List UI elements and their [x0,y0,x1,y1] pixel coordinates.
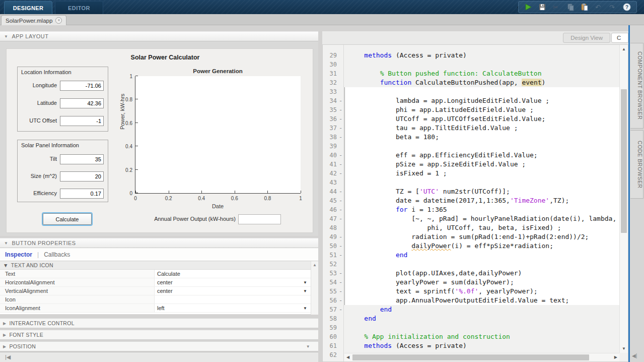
code-view-button[interactable]: C [611,33,628,43]
code-line[interactable]: 43 [323,178,619,187]
scroll-up-icon[interactable]: ▲ [313,263,317,267]
side-tab-code-browser[interactable]: CODE BROWSER [630,130,643,199]
app-layout-panel-header[interactable]: ▼ APP LAYOUT [0,31,318,41]
code-line[interactable]: 59 [323,323,619,332]
code-line[interactable]: 58 end [323,314,619,323]
code-line[interactable]: 30 [323,60,619,69]
collapse-triangle-icon[interactable]: ▼ [3,262,9,268]
code-line[interactable]: 61 methods (Access = private) [323,341,619,350]
latitude-field[interactable] [60,98,104,108]
scroll-right-icon[interactable]: ▶ [614,355,617,359]
app-canvas[interactable]: Solar Power Calculator Location Informat… [6,48,313,233]
code-line[interactable]: 44- TZ = ['UTC' num2str(UTCoff)]; [323,187,619,196]
code-line[interactable]: 40- eff = app.EfficiencyEditField.Value; [323,151,619,160]
code-line[interactable]: 57- end [323,305,619,314]
size-m-2--field[interactable] [60,171,104,182]
code-line[interactable]: 55- text = sprintf('%.0f', yearlyPower); [323,287,619,296]
code-line[interactable]: 50- dailyPower(i) = eff*pSize*radiation; [323,242,619,251]
collapsed-section-font-style[interactable]: ▶FONT STYLE [0,330,318,340]
expand-triangle-icon[interactable]: ▶ [3,333,6,337]
calculate-button[interactable]: Calculate [43,213,92,225]
code-line[interactable]: 36- UTCoff = app.UTCOffsetEditField.Valu… [323,114,619,124]
expand-triangle-icon[interactable]: ▶ [3,344,6,349]
toolstrip-tab-editor[interactable]: EDITOR [55,1,103,14]
code-line[interactable]: 53- plot(app.UIAxes,date,dailyPower) [323,269,619,278]
button-properties-panel-header[interactable]: ▼ BUTTON PROPERTIES [0,238,318,248]
horizontal-scroll-thumb[interactable] [352,354,589,360]
code-line[interactable]: 47- [~, ~, pRad] = hourlyPanelRadiation(… [323,214,619,223]
code-line[interactable]: 49- radiation = sum(pRad(1:end-1)+pRad(2… [323,232,619,242]
code-line[interactable]: 52 [323,260,619,269]
dropdown-arrow-icon[interactable]: ▼ [303,280,307,285]
chart-axes[interactable]: 00.20.40.60.8100.20.40.60.81 [135,76,301,194]
save-icon[interactable] [538,3,547,12]
code-line[interactable]: 29 methods (Access = private) [323,51,619,60]
scroll-down-icon[interactable]: ▼ [306,344,310,349]
code-line[interactable]: 41- pSize = app.SizeEditField.Value ; [323,160,619,169]
longitude-field[interactable] [60,81,104,91]
collapse-triangle-icon[interactable]: ▼ [4,241,8,246]
efficiency-field[interactable] [60,189,104,199]
toolstrip-tab-designer[interactable]: DESIGNER [4,1,52,14]
paste-icon[interactable] [580,3,589,12]
x-tick-mark [301,191,301,193]
scroll-up-icon[interactable]: ▲ [622,47,626,51]
code-line[interactable]: 60 % App initialization and construction [323,332,619,341]
code-line[interactable]: 48 phi, UTCoff, tau, beta, isFixed) ; [323,223,619,232]
solar-panel-information-panel[interactable]: Solar Panel Information TiltSize (m^2)Ef… [17,140,108,202]
code-line[interactable]: 32 function CalculateButtonPushed(app, e… [323,78,619,87]
chart-ylabel: Power, kW-hrs [119,94,125,130]
vertical-scrollbar[interactable]: ▲ ▼ [619,45,628,353]
code-area[interactable]: 29 methods (Access = private)3031 % Butt… [322,44,628,362]
expand-triangle-icon[interactable]: ▶ [3,321,6,326]
tilt-field[interactable] [60,154,104,164]
annual-output-field[interactable] [238,214,281,224]
y-tick-label: 0.4 [120,144,132,149]
vertical-scroll-thumb[interactable] [621,89,627,233]
collapsed-section-position[interactable]: ▶POSITION▼ [0,341,318,351]
close-icon[interactable]: × [55,17,62,24]
run-icon[interactable] [524,3,533,12]
dropdown-arrow-icon[interactable]: ▼ [303,306,307,311]
document-tab[interactable]: SolarPower.mlapp × [1,15,66,25]
scroll-down-icon[interactable]: ▼ [622,346,626,351]
collapsed-section-interactive-control[interactable]: ▶INTERACTIVE CONTROL [0,318,318,328]
code-line[interactable]: 33 [323,87,619,96]
code-line[interactable]: 54- yearlyPower = sum(dailyPower); [323,278,619,287]
code-line[interactable]: 35- phi = app.LatitudeEditField.Value ; [323,105,619,114]
tab-callbacks[interactable]: Callbacks [44,251,70,258]
design-view-button[interactable]: Design View [563,33,610,43]
code-line[interactable]: 39 [323,142,619,151]
code-line[interactable]: 37- tau = app.TiltEditField.Value ; [323,124,619,133]
code-line[interactable]: 31 % Button pushed function: CalculateBu… [323,69,619,78]
code-line[interactable]: 38- beta = 180; [323,133,619,142]
panel-splitter[interactable] [318,25,322,362]
horizontal-scrollbar[interactable]: ◀ ▶ [344,353,619,361]
line-number: 45 [323,196,337,205]
property-section-header[interactable]: ▼ TEXT AND ICON [0,261,318,270]
code-line[interactable]: 45- date = datetime(2017,1,1:365,'TimeZo… [323,196,619,205]
line-number: 51 [323,251,337,260]
side-tab-component-browser[interactable]: COMPONENT BROWSER [630,43,643,129]
code-line[interactable]: 51- end [323,251,619,260]
code-line[interactable]: 42- isFixed = 1 ; [323,169,619,178]
code-line[interactable]: 56- app.AnnualPowerOutputEditField.Value… [323,296,619,305]
property-scrollbar[interactable]: ▲ [311,261,318,315]
tab-inspector[interactable]: Inspector [5,251,32,258]
scroll-left-icon[interactable]: ◀ [346,355,349,359]
help-icon[interactable]: ? [622,3,631,12]
property-value[interactable] [155,295,318,304]
property-value[interactable]: Calculate [155,270,318,278]
location-information-panel[interactable]: Location Information LongitudeLatitudeUT… [17,67,108,132]
collapse-panel-icon[interactable]: |◀ [5,354,11,360]
property-value[interactable]: center▼ [155,278,318,286]
utc-offset-field[interactable] [60,116,104,126]
code-line[interactable]: 34- lambda = app.LongitudeEditField.Valu… [323,96,619,105]
collapse-triangle-icon[interactable]: ▼ [4,34,8,39]
code-line[interactable]: 46- for i = 1:365 [323,205,619,214]
collapse-strip-icon[interactable]: ◀| [632,353,637,358]
property-value[interactable]: left▼ [155,304,318,312]
property-value[interactable]: center▼ [155,287,318,295]
dropdown-arrow-icon[interactable]: ▼ [303,289,307,293]
solar-panel-title: Solar Panel Information [18,140,108,148]
